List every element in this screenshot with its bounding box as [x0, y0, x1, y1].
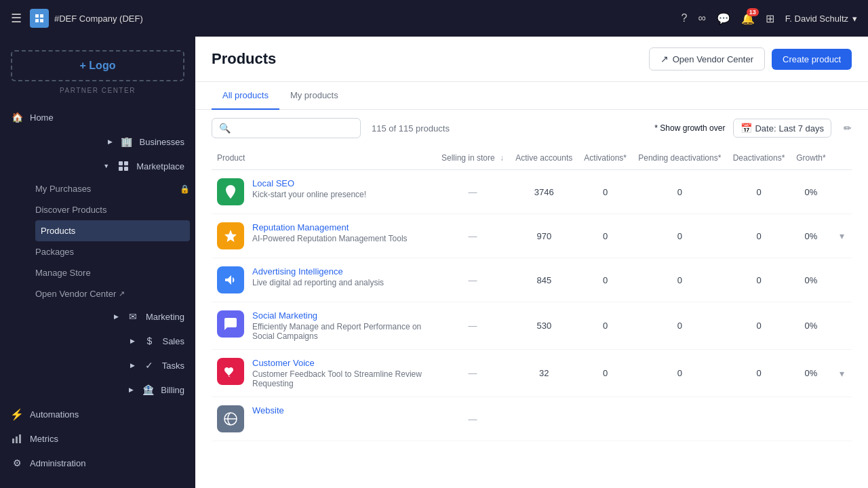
sidebar-item-automations[interactable]: ⚡ Automations [0, 402, 195, 426]
user-menu[interactable]: F. David Schultz ▾ [785, 14, 857, 24]
sidebar-item-metrics[interactable]: Metrics [0, 426, 195, 451]
sidebar-item-home[interactable]: 🏠 Home [0, 105, 195, 129]
product-name-link[interactable]: Website [252, 405, 284, 415]
sidebar-item-marketplace[interactable]: ▼ Marketplace [0, 154, 195, 178]
company-name[interactable]: #DEF Company (DEF) [54, 14, 143, 24]
billing-label: Billing [161, 385, 184, 395]
products-toolbar: 🔍 115 of 115 products * Show growth over… [195, 110, 868, 146]
sidebar-item-packages[interactable]: Packages [30, 241, 195, 262]
pending-deactivations: 0 [632, 258, 727, 302]
notifications-icon[interactable]: 🔔 13 [741, 12, 755, 25]
growth: 0% [791, 302, 831, 350]
sidebar-item-my-purchases[interactable]: My Purchases 🔒 [30, 178, 195, 199]
tab-all-products[interactable]: All products [212, 82, 279, 110]
col-pending-deactivations: Pending deactivations* [632, 146, 727, 170]
sidebar-item-billing[interactable]: ▶ 🏦 Billing [0, 378, 195, 402]
sidebar-item-tasks[interactable]: ▶ ✓ Tasks [0, 353, 195, 378]
search-icon: 🔍 [219, 123, 231, 134]
external-link-icon: ↗ [119, 289, 125, 298]
notification-badge: 13 [747, 8, 759, 16]
active-accounts: 530 [510, 302, 578, 350]
sidebar-item-businesses[interactable]: ▶ 🏢 Businesses [0, 129, 195, 154]
svg-rect-0 [35, 14, 39, 18]
user-dropdown-icon: ▾ [852, 14, 857, 24]
growth: 0% [791, 214, 831, 258]
tab-my-products[interactable]: My products [279, 82, 349, 110]
selling-in-store: — [435, 214, 509, 258]
product-name-link[interactable]: Social Marketing [252, 310, 430, 321]
deactivations [727, 397, 791, 441]
sidebar-item-manage-store[interactable]: Manage Store [30, 262, 195, 283]
product-name-link[interactable]: Advertising Intelligence [252, 266, 384, 277]
col-deactivations: Deactivations* [727, 146, 791, 170]
date-filter[interactable]: 📅 Date: Last 7 days [733, 119, 831, 138]
main-content: Products ↗ Open Vendor Center Create pro… [195, 37, 868, 488]
search-input[interactable] [235, 123, 353, 134]
product-description: Live digital ad reporting and analysis [252, 278, 384, 287]
sidebar-item-label: Home [30, 113, 54, 123]
deactivations: 0 [727, 350, 791, 397]
product-description: Customer Feedback Tool to Streamline Rev… [252, 369, 430, 388]
active-accounts [510, 397, 578, 441]
help-icon[interactable]: ? [681, 12, 687, 24]
tab-all-label: All products [222, 90, 269, 100]
chat-icon[interactable]: 💬 [717, 12, 730, 25]
product-name-link[interactable]: Reputation Management [252, 222, 408, 232]
expand-cell[interactable]: ▾ [831, 214, 852, 258]
products-label: Products [41, 226, 75, 236]
svg-rect-8 [12, 439, 14, 443]
edit-icon[interactable]: ✏ [844, 123, 852, 134]
product-name-link[interactable]: Local SEO [252, 178, 366, 188]
sidebar-item-sales[interactable]: ▶ $ Sales [0, 329, 195, 353]
date-label: Date: [755, 123, 776, 134]
sidebar-item-discover-products[interactable]: Discover Products [30, 199, 195, 220]
pending-deactivations: 0 [632, 170, 727, 214]
link-icon[interactable]: ∞ [698, 12, 705, 24]
vendor-center-label: Open Vendor Center [673, 54, 753, 64]
expand-row-button[interactable]: ▾ [840, 230, 844, 241]
user-name: F. David Schultz [785, 14, 848, 24]
company-logo-icon [30, 9, 49, 28]
active-accounts: 970 [510, 214, 578, 258]
hamburger-menu[interactable]: ☰ [11, 11, 22, 26]
expand-cell[interactable]: ▾ [831, 350, 852, 397]
table-row: Social Marketing Efficiently Manage and … [212, 302, 852, 350]
metrics-icon [11, 432, 23, 445]
sidebar-item-marketing[interactable]: ▶ ✉ Marketing [0, 304, 195, 329]
growth: 0% [791, 350, 831, 397]
packages-label: Packages [35, 247, 74, 257]
tasks-icon: ✓ [143, 359, 155, 371]
product-name-link[interactable]: Customer Voice [252, 358, 430, 368]
expand-cell [831, 258, 852, 302]
activations: 0 [578, 302, 633, 350]
product-description: Kick-start your online presence! [252, 190, 366, 199]
active-accounts: 845 [510, 258, 578, 302]
sidebar-item-administration[interactable]: ⚙ Administration [0, 451, 195, 475]
search-box[interactable]: 🔍 [212, 118, 361, 138]
expand-row-button[interactable]: ▾ [840, 368, 844, 379]
col-active-accounts: Active accounts [510, 146, 578, 170]
my-purchases-label: My Purchases [35, 184, 91, 194]
logo-area[interactable]: + Logo [11, 50, 184, 81]
calendar-icon: 📅 [741, 123, 752, 134]
marketing-icon: ✉ [127, 310, 139, 323]
businesses-icon: 🏢 [121, 136, 133, 148]
sort-icon: ↓ [500, 153, 504, 163]
logo-label: + Logo [80, 60, 116, 71]
active-accounts: 32 [510, 350, 578, 397]
open-vendor-center-button[interactable]: ↗ Open Vendor Center [649, 47, 765, 70]
apps-icon[interactable]: ⊞ [766, 12, 774, 25]
col-selling[interactable]: Selling in store ↓ [435, 146, 509, 170]
automations-label: Automations [30, 409, 79, 420]
svg-marker-12 [224, 230, 237, 242]
sidebar-item-open-vendor-center[interactable]: Open Vendor Center ↗ [30, 283, 195, 304]
pending-deactivations [632, 397, 727, 441]
svg-rect-1 [40, 14, 43, 18]
svg-rect-3 [40, 19, 43, 22]
sidebar-item-products[interactable]: Products [35, 220, 190, 241]
home-icon: 🏠 [11, 111, 23, 123]
expand-icon: ▶ [114, 313, 119, 320]
product-count: 115 of 115 products [372, 123, 450, 134]
create-product-button[interactable]: Create product [772, 49, 852, 70]
svg-rect-4 [119, 161, 123, 165]
